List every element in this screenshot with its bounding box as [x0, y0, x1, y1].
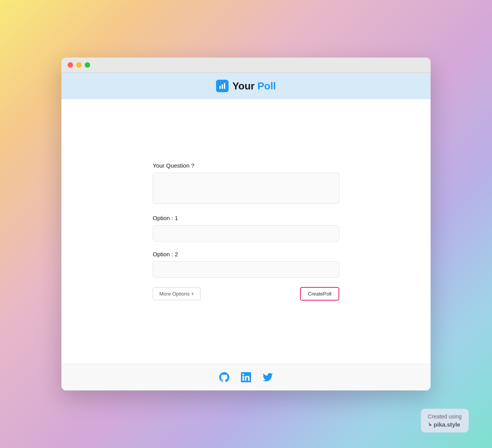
app-logo [216, 80, 229, 92]
svg-rect-0 [219, 86, 220, 89]
question-group: Your Question ? [153, 162, 339, 205]
pika-url: pika.style [434, 421, 460, 428]
question-input[interactable] [153, 173, 339, 204]
form-actions: More Options + CreatePoll [153, 287, 339, 301]
app-title: Your Poll [232, 80, 276, 92]
option2-label: Option : 2 [153, 251, 339, 257]
pika-line2: ↳ pika.style [428, 421, 462, 428]
create-poll-button[interactable]: CreatePoll [300, 287, 339, 301]
app-footer [61, 364, 431, 390]
linkedin-svg [241, 372, 251, 382]
title-your: Your [232, 80, 258, 92]
pika-badge: Created using ↳ pika.style [421, 409, 469, 432]
option2-group: Option : 2 [153, 251, 339, 278]
more-options-button[interactable]: More Options + [153, 287, 201, 300]
title-poll: Poll [257, 80, 276, 92]
linkedin-icon[interactable] [240, 371, 252, 383]
option1-label: Option : 1 [153, 215, 339, 221]
svg-rect-1 [222, 84, 223, 89]
option1-input[interactable] [153, 225, 339, 242]
github-svg [219, 372, 229, 382]
traffic-light-red[interactable] [68, 62, 73, 68]
browser-titlebar [61, 58, 431, 73]
poll-chart-icon [218, 82, 226, 90]
github-icon[interactable] [218, 371, 230, 383]
traffic-light-green[interactable] [85, 62, 90, 68]
pika-arrow: ↳ [428, 422, 432, 427]
traffic-light-yellow[interactable] [76, 62, 82, 68]
pika-line1: Created using [428, 413, 462, 420]
browser-window: Your Poll Your Question ? Option : 1 Opt… [61, 58, 431, 390]
twitter-svg [263, 372, 273, 382]
twitter-icon[interactable] [262, 371, 274, 383]
app-content: Your Question ? Option : 1 Option : 2 Mo… [61, 99, 431, 364]
question-label: Your Question ? [153, 162, 339, 169]
form-container: Your Question ? Option : 1 Option : 2 Mo… [153, 162, 339, 301]
option1-group: Option : 1 [153, 215, 339, 242]
svg-rect-2 [224, 83, 225, 89]
app-header: Your Poll [61, 73, 431, 99]
option2-input[interactable] [153, 261, 339, 278]
